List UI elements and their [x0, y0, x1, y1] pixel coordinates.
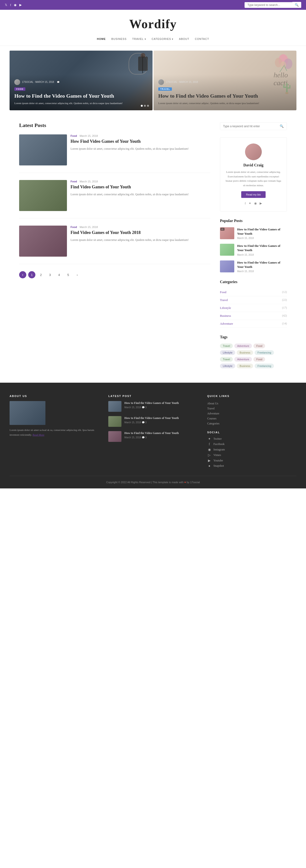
tag-travel-2[interactable]: Travel — [220, 357, 233, 362]
tag-freelancing-1[interactable]: Freelancing — [255, 350, 274, 355]
twitter-icon-top[interactable]: 𝕏 — [5, 3, 7, 7]
top-search-button[interactable]: 🔍 — [293, 2, 301, 8]
rank-badge-1: #1 — [220, 228, 224, 230]
footer-instagram-link[interactable]: ◉ Instagram — [207, 447, 297, 453]
top-bar: 𝕏 f ◉ ▶ 🔍 — [0, 0, 306, 10]
footer-bottom: Copyright © 2022 All Rights Reserved | T… — [9, 476, 297, 484]
footer-post-meta-1: March 15, 2018 💬 3 — [124, 406, 179, 409]
post-category-1[interactable]: Food — [71, 134, 77, 137]
tag-business-1[interactable]: Business — [237, 350, 253, 355]
page-btn-3[interactable]: 3 — [46, 271, 54, 278]
post-title-3[interactable]: Find Video Games of Your Youth 2018 — [71, 230, 211, 236]
footer-facebook-link[interactable]: f Facebook — [207, 442, 297, 447]
hero-slide-1[interactable]: 17SOCIAL · MARCH 15, 2018 💬 FOOD How to … — [9, 51, 152, 110]
footer-grid: ABOUT US Lorem ipsum dolor sit amet sa k… — [9, 395, 297, 469]
page-btn-2[interactable]: 2 — [37, 271, 45, 278]
sidebar-search-button[interactable]: 🔍 — [277, 122, 287, 130]
slide-comment-1: 💬 — [57, 81, 59, 83]
post-category-3[interactable]: Food — [71, 226, 77, 228]
page-btn-4[interactable]: 4 — [55, 271, 63, 278]
nav-categories[interactable]: CATEGORIES — [151, 37, 173, 40]
facebook-icon-top[interactable]: f — [10, 3, 11, 7]
read-bio-button[interactable]: Read my bio — [241, 191, 266, 198]
instagram-icon-top[interactable]: ◉ — [14, 3, 17, 7]
slide-author-name-1: 17SOCIAL · MARCH 15, 2018 — [22, 81, 54, 83]
page-btn-1[interactable]: 1 — [28, 271, 35, 278]
tag-business-2[interactable]: Business — [237, 364, 253, 368]
slide-overlay-2: 17SOCIAL · MARCH 15, 2018 TRAVEL How to … — [154, 74, 297, 110]
footer-post-info-2: How to Find the Video Games of Your Yout… — [124, 416, 179, 424]
popular-title-2[interactable]: How to Find the Video Games of Your Yout… — [237, 244, 287, 252]
author-facebook-link[interactable]: f — [245, 202, 246, 205]
footer-post-3: How to Find the Video Games of Your Yout… — [108, 431, 197, 442]
footer-post-title-1[interactable]: How to Find the Video Games of Your Yout… — [124, 401, 179, 405]
post-date-1: March 15, 2018 — [80, 134, 98, 137]
cat-adventure-link[interactable]: Adventure — [220, 322, 233, 326]
cat-lifestyle-link[interactable]: Lifestyle — [220, 306, 231, 310]
popular-post-1: #1 How to Find the Video Games of Your Y… — [220, 227, 287, 240]
cat-business-count: (42) — [282, 314, 287, 317]
quick-link-about[interactable]: About Us — [207, 401, 297, 406]
quick-link-adventure[interactable]: Adventure — [207, 411, 297, 416]
sidebar: 🔍 David Craig Lorem ipsum dolor sit amet… — [220, 122, 287, 375]
tag-lifestyle-2[interactable]: Lifestyle — [220, 364, 235, 368]
author-twitter-link[interactable]: ✦ — [249, 202, 251, 205]
post-title-2[interactable]: Find Video Games of Your Youth — [71, 184, 211, 190]
cat-travel-link[interactable]: Travel — [220, 298, 228, 302]
post-card-2: Food March 15, 2018 Find Video Games of … — [19, 180, 211, 218]
tags-row-4: Lifestyle Business Freelancing — [220, 364, 287, 368]
tag-lifestyle-1[interactable]: Lifestyle — [220, 350, 235, 355]
tag-travel-1[interactable]: Travel — [220, 343, 233, 348]
nav-travel[interactable]: TRAVEL — [132, 37, 146, 40]
author-instagram-link[interactable]: ◉ — [254, 202, 257, 205]
cat-adventure-count: (14) — [282, 322, 287, 326]
hero-slide-2[interactable]: hellocacti. 17SOCIAL · MARCH 15, 2018 TR… — [154, 51, 297, 110]
next-page-button[interactable]: › — [74, 271, 81, 278]
post-title-1[interactable]: How Find Video Games of Your Youth — [71, 138, 211, 145]
tag-adventure-2[interactable]: Adventure — [234, 357, 252, 362]
author-photo — [245, 144, 262, 160]
nav-business[interactable]: BUSINESS — [111, 37, 127, 40]
dot-2[interactable] — [144, 105, 146, 107]
dot-3[interactable] — [147, 105, 149, 107]
footer-twitter-link[interactable]: ✦ Twitter — [207, 436, 297, 442]
footer-vimeo-link[interactable]: ▷ Vimeo — [207, 453, 297, 458]
post-excerpt-2: Lorem ipsum dolor sit amet, consectetur … — [71, 192, 211, 197]
content-area: Latest Posts Food March 15, 2018 How Fin… — [19, 122, 211, 375]
tag-freelancing-2[interactable]: Freelancing — [255, 364, 274, 368]
popular-title-1[interactable]: How to Find the Video Games of Your Yout… — [237, 227, 287, 236]
post-thumb-3 — [19, 226, 67, 257]
page-btn-5[interactable]: 5 — [64, 271, 72, 278]
prev-page-button[interactable]: ‹ — [19, 271, 26, 278]
footer-post-title-3[interactable]: How to Find the Video Games of Your Yout… — [124, 431, 179, 435]
tag-adventure-1[interactable]: Adventure — [234, 343, 252, 348]
top-search-input[interactable] — [245, 2, 293, 8]
sidebar-search-input[interactable] — [220, 123, 277, 130]
footer-about-label: ABOUT US — [9, 395, 99, 398]
post-info-1: Food March 15, 2018 How Find Video Games… — [71, 134, 211, 165]
nav-home[interactable]: HOME — [97, 37, 106, 40]
tags-title: Tags — [220, 335, 287, 339]
quick-link-categories[interactable]: Categories — [207, 421, 297, 426]
nav-about[interactable]: ABOUT — [179, 37, 189, 40]
post-category-2[interactable]: Food — [71, 180, 77, 183]
slide-author-1: 17SOCIAL · MARCH 15, 2018 💬 — [15, 79, 148, 85]
nav-contact[interactable]: CONTACT — [195, 37, 209, 40]
popular-title-3[interactable]: How to Find the Video Games of Your Yout… — [237, 260, 287, 269]
footer-post-title-2[interactable]: How to Find the Video Games of Your Yout… — [124, 416, 179, 420]
author-social: f ✦ ◉ ▶ — [225, 202, 282, 205]
tag-food-2[interactable]: Food — [253, 357, 265, 362]
tag-food-1[interactable]: Food — [253, 343, 265, 348]
quick-link-travel[interactable]: Travel — [207, 406, 297, 411]
cat-business-link[interactable]: Business — [220, 314, 231, 318]
dot-1[interactable] — [141, 105, 143, 107]
footer-youtube-link[interactable]: ▶ Youtube — [207, 458, 297, 463]
popular-posts-title: Popular Posts — [220, 219, 287, 223]
quick-link-courses[interactable]: Courses — [207, 416, 297, 421]
slide-overlay-1: 17SOCIAL · MARCH 15, 2018 💬 FOOD How to … — [9, 74, 152, 110]
author-youtube-link[interactable]: ▶ — [260, 202, 262, 205]
footer-snapshot-link[interactable]: ● Snapshot — [207, 463, 297, 469]
youtube-icon-top[interactable]: ▶ — [19, 3, 22, 7]
cat-food-link[interactable]: Food — [220, 290, 226, 294]
footer-read-more-link[interactable]: Read More — [32, 433, 44, 436]
